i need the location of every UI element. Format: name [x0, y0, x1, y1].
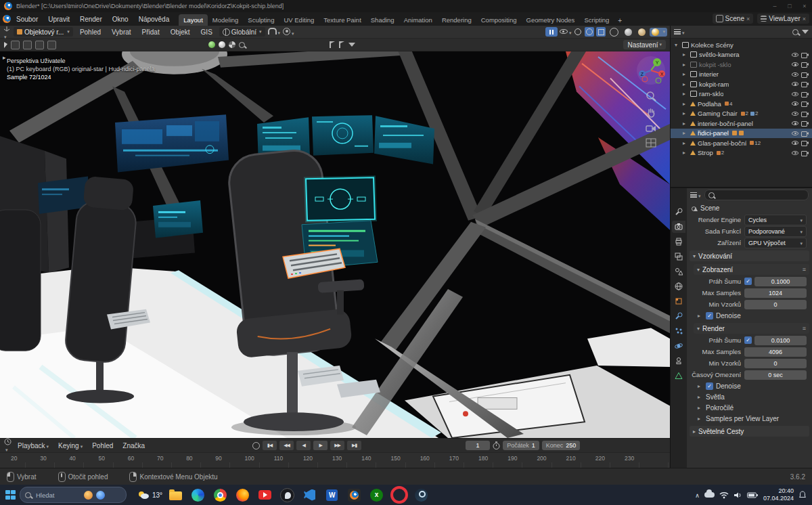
tab-tool[interactable]	[672, 206, 685, 218]
render-camera-icon[interactable]	[801, 81, 809, 87]
feature-set-dropdown[interactable]: Podporované	[744, 226, 807, 237]
taskbar-app-folder[interactable]	[166, 486, 185, 504]
tab-object-data[interactable]	[672, 370, 685, 382]
vp-min-samples-field[interactable]: 0	[744, 300, 807, 309]
lights-section-row[interactable]: Světla	[687, 391, 812, 402]
taskbar-app-word[interactable]	[323, 486, 341, 504]
zoom-tool-icon[interactable]	[646, 91, 656, 102]
frame-end-field[interactable]: Konec 250	[542, 441, 581, 450]
workspace-tab-compositing[interactable]: Compositing	[476, 14, 522, 26]
visibility-eye-icon[interactable]	[791, 91, 799, 97]
workspace-tab-sculpting[interactable]: Sculpting	[243, 14, 279, 26]
render-camera-icon[interactable]	[801, 91, 809, 97]
wifi-icon[interactable]	[719, 491, 729, 499]
work­space-tab-texture-paint[interactable]: Texture Paint	[319, 14, 365, 26]
taskbar-app-xbox[interactable]	[367, 486, 386, 504]
tab-particles[interactable]	[672, 325, 685, 337]
select-lasso-tool-icon[interactable]	[35, 41, 44, 49]
properties-editor-dropdown[interactable]	[690, 192, 701, 199]
outliner-search-icon[interactable]	[792, 29, 798, 35]
shading-rendered[interactable]	[650, 28, 667, 37]
subsection-render[interactable]: Render	[694, 323, 809, 334]
remove-view-layer-icon[interactable]	[803, 15, 806, 22]
workspace-tab-modeling[interactable]: Modeling	[208, 14, 244, 26]
play-reverse-button[interactable]: ◀	[296, 441, 311, 450]
pan-hand-icon[interactable]	[646, 107, 656, 118]
visibility-eye-icon[interactable]	[791, 120, 799, 127]
expand-arrow-icon[interactable]	[683, 150, 688, 156]
properties-search[interactable]	[704, 190, 809, 200]
subsection-viewport[interactable]: Zobrazení	[694, 264, 809, 275]
expand-arrow-icon[interactable]	[675, 42, 680, 48]
render-camera-icon[interactable]	[801, 150, 809, 156]
viewport-menu-gis[interactable]: GIS	[197, 28, 217, 37]
expand-arrow-icon[interactable]	[683, 81, 688, 87]
shading-material[interactable]	[636, 28, 648, 37]
workspace-tab-geometry-nodes[interactable]: Geometry Nodes	[522, 14, 580, 26]
prev-keyframe-button[interactable]: ◀◀	[279, 441, 294, 450]
outliner-item[interactable]: interier-boční-panel	[671, 118, 812, 129]
r-min-samples-field[interactable]: 0	[744, 359, 807, 368]
outliner-item[interactable]: interier	[671, 70, 812, 80]
jump-to-start-button[interactable]: ▮◀	[263, 441, 277, 450]
stopwatch-icon[interactable]	[493, 441, 500, 449]
noise-threshold-checkbox[interactable]	[744, 336, 752, 344]
workspace-tab-scripting[interactable]: Scripting	[579, 14, 614, 26]
gis-settings-button[interactable]: Nastavení	[623, 40, 666, 49]
properties-search-input[interactable]	[717, 191, 760, 199]
minimize-button[interactable]	[771, 3, 778, 9]
taskbar-app-vscode[interactable]	[300, 486, 319, 504]
expand-arrow-icon[interactable]	[683, 130, 688, 136]
r-noise-threshold-field[interactable]: 0.0100	[754, 336, 807, 345]
section-sampling[interactable]: Vzorkování	[690, 250, 809, 261]
taskbar-search[interactable]	[20, 487, 127, 503]
visibility-eye-icon[interactable]	[791, 139, 799, 146]
taskbar-clock[interactable]: 20:40 07.04.2024	[763, 487, 794, 502]
outliner-item[interactable]: Strop 2	[671, 148, 812, 158]
transform-tool-icon[interactable]	[47, 41, 56, 49]
app-menu-icon[interactable]	[3, 15, 11, 23]
section-light-paths[interactable]: Světelné Cesty	[690, 426, 809, 437]
filter-funnel-icon[interactable]	[348, 43, 355, 47]
outliner-item[interactable]: ram-sklo	[671, 89, 812, 100]
noise-threshold-checkbox[interactable]	[744, 278, 752, 285]
select-box-tool-icon[interactable]	[11, 41, 20, 49]
viewport-menu-add[interactable]: Přidat	[138, 28, 164, 37]
checker-sphere-icon[interactable]	[229, 41, 235, 48]
render-camera-icon[interactable]	[801, 140, 809, 146]
jump-to-end-button[interactable]: ▶▮	[347, 441, 361, 450]
viewport-menu-object[interactable]: Objekt	[166, 28, 194, 37]
visibility-eye-icon[interactable]	[791, 81, 799, 87]
volume-icon[interactable]	[734, 491, 742, 499]
add-workspace-button[interactable]: +	[614, 16, 626, 26]
vp-max-samples-field[interactable]: 1024	[744, 288, 807, 298]
auto-keying-record-button[interactable]	[252, 442, 260, 449]
vp-denoise-row[interactable]: Denoise	[687, 310, 812, 321]
workspace-tab-uv-editing[interactable]: UV Editing	[279, 14, 319, 26]
outliner-item-selected[interactable]: řidici-panel	[671, 129, 812, 139]
denoise-checkbox[interactable]	[706, 312, 713, 320]
tab-object[interactable]	[672, 295, 685, 307]
weather-widget[interactable]: 13°	[137, 490, 162, 500]
expand-arrow-icon[interactable]	[683, 140, 688, 146]
proportional-editing-dropdown[interactable]	[283, 28, 294, 37]
tab-render[interactable]	[672, 221, 685, 233]
show-gizmo-toggle[interactable]	[573, 27, 583, 37]
workspace-tab-rendering[interactable]: Rendering	[437, 14, 476, 26]
taskbar-app-firefox[interactable]	[233, 486, 252, 504]
render-camera-icon[interactable]	[801, 51, 809, 58]
camera-view-icon[interactable]	[646, 123, 656, 133]
expand-arrow-icon[interactable]	[683, 91, 688, 97]
render-camera-icon[interactable]	[801, 71, 809, 77]
outliner-filter-icon[interactable]	[802, 30, 809, 34]
xray-toggle[interactable]	[596, 27, 606, 37]
render-engine-dropdown[interactable]: Cycles	[744, 215, 807, 225]
taskbar-app-blender[interactable]	[345, 486, 363, 504]
3d-viewport[interactable]: Perspektiva Uživatele (1) PC keyboard (R…	[0, 51, 670, 438]
lighting-sphere-icon[interactable]	[219, 41, 225, 48]
device-dropdown[interactable]: GPU Výpočet	[744, 238, 807, 248]
notification-bell-icon[interactable]	[798, 491, 807, 499]
outliner-item[interactable]: světlo-kamera	[671, 50, 812, 60]
render-camera-icon[interactable]	[801, 110, 809, 116]
r-denoise-row[interactable]: Denoise	[687, 380, 812, 391]
